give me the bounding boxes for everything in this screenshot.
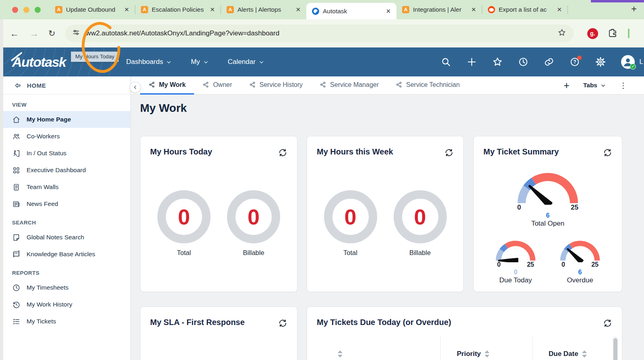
minimize-window-button[interactable] <box>23 7 29 13</box>
reload-button[interactable]: ↻ <box>48 29 56 38</box>
favorites-star-icon[interactable] <box>492 57 503 67</box>
sidebar-item-global-notes-search[interactable]: Global Notes Search <box>0 229 130 246</box>
sort-arrows-icon[interactable] <box>338 350 343 358</box>
gauge-max: 25 <box>571 204 578 212</box>
reddit-favicon-icon <box>488 6 495 13</box>
chevron-down-icon <box>259 60 264 65</box>
app-nav: DashboardsMyCalendar <box>126 58 264 66</box>
browser-tab[interactable]: Autotask✕ <box>306 3 396 19</box>
dashboard-tab-my-work[interactable]: My Work <box>140 76 194 95</box>
sidebar-item-my-home-page[interactable]: My Home Page <box>0 111 130 128</box>
sidebar-item-label: My Timesheets <box>27 284 68 291</box>
autotask-logo[interactable]: Autotask <box>12 54 66 70</box>
new-tab-button[interactable]: + <box>625 3 644 16</box>
extension-badge[interactable]: g. <box>587 28 598 39</box>
window-controls[interactable] <box>12 7 41 13</box>
nav-calendar[interactable]: Calendar <box>228 58 264 66</box>
browser-tab-strip: AUpdate Outbound✕AEscalation Policies✕AA… <box>0 0 644 19</box>
profile-avatar-sliver[interactable] <box>628 29 630 38</box>
svg-text:?: ? <box>573 59 576 65</box>
sidebar-item-my-timesheets[interactable]: My Timesheets <box>0 279 130 296</box>
browser-tab[interactable]: AUpdate Outbound✕ <box>50 0 135 19</box>
address-bar[interactable]: ww2.autotask.net/AutotaskOnyx/LandingPag… <box>65 25 574 42</box>
close-tab-icon[interactable]: ✕ <box>208 6 217 13</box>
user-avatar[interactable]: ✓ <box>621 55 635 69</box>
sort-arrows-icon[interactable] <box>485 350 489 358</box>
sort-arrows-icon[interactable] <box>582 350 587 358</box>
dashboard-tab-owner[interactable]: Owner <box>194 76 240 95</box>
gauge-max: 25 <box>591 261 599 268</box>
tickets-column-due-date[interactable]: Due Date <box>532 337 623 360</box>
shared-dashboard-icon <box>396 81 402 88</box>
sidebar-item-team-walls[interactable]: Team Walls <box>0 179 130 195</box>
sidebar-home[interactable]: HOME <box>0 76 130 95</box>
dashboard-tab-service-history[interactable]: Service History <box>241 76 312 95</box>
content: HOME VIEWMy Home PageCo-WorkersIn / Out … <box>0 76 644 360</box>
recent-clock-icon[interactable] <box>518 57 528 67</box>
refresh-icon[interactable] <box>603 148 612 157</box>
notification-dot <box>577 56 582 60</box>
section-label-view: VIEW <box>12 102 130 108</box>
tooltip: My Hours Today <box>71 51 119 62</box>
close-tab-icon[interactable]: ✕ <box>555 6 564 13</box>
donut-ring: 0 <box>324 190 377 243</box>
sidebar-item-my-work-history[interactable]: My Work History <box>0 296 130 313</box>
sidebar-item-in-out-status[interactable]: In / Out Status <box>0 145 130 162</box>
sidebar-item-co-workers[interactable]: Co-Workers <box>0 128 130 145</box>
sidebar-item-executive-dashboard[interactable]: Executive Dashboard <box>0 162 130 179</box>
nav-dashboards[interactable]: Dashboards <box>126 58 171 66</box>
close-tab-icon[interactable]: ✕ <box>294 6 302 13</box>
donut-total: 0Total <box>157 190 211 257</box>
collapse-sidebar-button[interactable] <box>130 82 141 93</box>
browser-tab[interactable]: AIntegrations | Aler✕ <box>396 0 482 19</box>
back-button[interactable]: ← <box>10 28 19 39</box>
browser-tabs: AUpdate Outbound✕AEscalation Policies✕AA… <box>50 0 625 19</box>
gauge-min: 0 <box>497 261 501 268</box>
gauge-min-max: 025 <box>514 204 582 212</box>
create-plus-icon[interactable] <box>466 57 477 67</box>
list-icon <box>12 317 21 326</box>
close-tab-icon[interactable]: ✕ <box>122 6 131 13</box>
refresh-icon[interactable] <box>278 148 287 157</box>
card-title: My Hours this Week <box>317 147 393 156</box>
people-icon <box>12 132 21 141</box>
site-settings-icon[interactable] <box>72 28 80 39</box>
browser-tab[interactable]: AAlerts | Alertops✕ <box>221 0 306 19</box>
sidebar-item-news-feed[interactable]: News Feed <box>0 195 130 212</box>
link-icon[interactable] <box>544 57 554 67</box>
forward-button[interactable]: → <box>29 28 39 39</box>
url-text[interactable]: ww2.autotask.net/AutotaskOnyx/LandingPag… <box>86 29 557 37</box>
extensions-puzzle-icon[interactable] <box>608 28 617 39</box>
nav-my[interactable]: My <box>191 58 208 66</box>
browser-tab[interactable]: Export a list of ac✕ <box>482 0 568 19</box>
gauge-total-open: 0256Total Open <box>514 169 582 228</box>
dashboard-tab-service-technician[interactable]: Service Technician <box>387 76 468 95</box>
dashboard-tab-bar: My WorkOwnerService HistoryService Manag… <box>131 76 644 95</box>
close-tab-icon[interactable]: ✕ <box>384 8 392 15</box>
tabs-menu-button[interactable]: Tabs <box>583 82 606 89</box>
bookmark-star-icon[interactable] <box>557 28 566 39</box>
sidebar-item-label: Knowledge Base Articles <box>27 251 95 258</box>
refresh-icon[interactable] <box>444 148 454 157</box>
help-icon[interactable]: ? <box>570 57 580 67</box>
browser-tab[interactable]: AEscalation Policies✕ <box>135 0 221 19</box>
sidebar-item-knowledge-base-articles[interactable]: Knowledge Base Articles <box>0 246 130 263</box>
donut-total: 0Total <box>324 190 377 257</box>
dashboard-tab-label: Service History <box>260 81 303 88</box>
zoom-window-button[interactable] <box>35 7 41 13</box>
add-dashboard-tab-button[interactable]: + <box>564 80 570 91</box>
close-tab-icon[interactable]: ✕ <box>469 6 478 13</box>
search-icon[interactable] <box>441 57 451 67</box>
settings-gear-icon[interactable] <box>595 57 606 67</box>
sidebar-item-my-tickets[interactable]: My Tickets <box>0 313 130 330</box>
small-gauges: 0250Due Today0256Overdue <box>474 238 622 284</box>
refresh-icon[interactable] <box>603 319 612 328</box>
tickets-column-priority[interactable]: Priority <box>440 337 532 360</box>
dashboard-tab-service-manager[interactable]: Service Manager <box>311 76 387 95</box>
dashboard-tab-label: My Work <box>159 81 186 88</box>
close-window-button[interactable] <box>12 7 18 13</box>
tickets-column-blank[interactable] <box>307 337 440 360</box>
refresh-icon[interactable] <box>278 319 287 328</box>
more-options-kebab-icon[interactable]: ⋮ <box>619 81 627 90</box>
table-scrollbar[interactable] <box>613 337 618 360</box>
